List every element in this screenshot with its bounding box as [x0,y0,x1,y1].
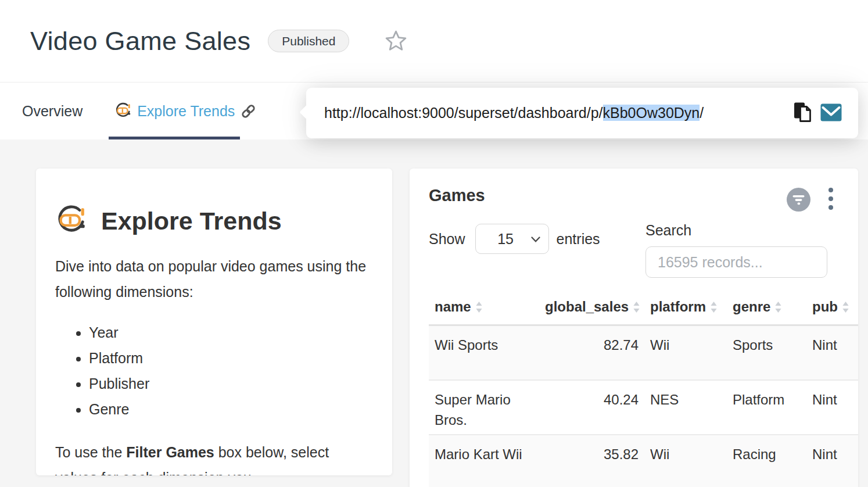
table-cell: Wii [644,325,727,381]
tab-overview[interactable]: Overview [22,83,83,139]
url-prefix: http://localhost:9000/superset/dashboard… [324,105,603,121]
column-header-platform[interactable]: platform [644,292,727,325]
page-title: Video Game Sales [30,26,250,56]
table-cell: Wii Sports [429,325,539,381]
dashboard-url[interactable]: http://localhost:9000/superset/dashboard… [324,105,704,121]
sort-arrows-icon [842,302,849,313]
copy-url-button[interactable] [793,102,812,124]
instructions-text: To use the [55,444,126,460]
table-cell: Platform [727,380,806,435]
url-selected-text: kBb0Ow30Dyn [603,105,700,121]
games-card-title: Games [429,186,485,205]
table-cell: Nint [806,325,858,381]
sort-arrows-icon [711,302,717,313]
table-cell: NES [644,380,727,435]
copy-icon [793,102,812,124]
search-input[interactable] [645,246,827,278]
dimension-item: Platform [89,345,371,371]
table-cell: Nint [806,435,858,487]
table-body: Wii Sports82.74WiiSportsNintSuper Mario … [429,325,858,487]
sort-arrows-icon [775,302,781,313]
dashboard-screen: Video Game Sales Published Overview [0,0,868,487]
kebab-menu-icon [828,186,834,214]
sort-arrows-icon [633,302,640,313]
page-size-value: 15 [476,231,536,248]
share-url-popover: http://localhost:9000/superset/dashboard… [306,88,858,138]
table-cell: Nint [806,380,858,435]
dimension-item: Genre [89,396,371,422]
page-size-control: Show 15 entries [429,224,600,254]
tab-label: Explore Trends [137,103,235,120]
link-icon[interactable] [241,103,256,119]
page-size-select[interactable]: 15 [475,224,549,254]
dimension-item: Publisher [89,371,371,396]
funnel-icon [787,187,810,213]
email-icon [820,103,842,123]
table-row: Super Mario Bros.40.24NESPlatformNint [429,380,858,435]
favorite-button[interactable] [385,30,407,53]
email-share-button[interactable] [820,103,842,123]
entries-label: entries [557,231,600,248]
sort-arrows-icon [476,302,482,313]
status-badge[interactable]: Published [268,30,349,52]
tab-explore-trends[interactable]: Explore Trends [114,83,256,139]
show-label: Show [429,231,465,248]
table-cell: 35.82 [539,435,644,487]
chevron-down-icon [531,237,540,242]
explore-card-intro: Dive into data on popular video games us… [55,253,371,305]
dimension-item: Year [89,320,371,345]
explore-card-heading: Explore Trends [55,205,371,237]
games-table: nameglobal_salesplatformgenrepub Wii Spo… [429,292,858,487]
search-label: Search [645,222,827,239]
table-cell: 82.74 [539,325,644,381]
applied-filters-badge[interactable] [787,188,810,212]
url-suffix: / [700,105,704,121]
tab-label: Overview [22,103,83,120]
table-cell: Wii [644,435,727,487]
table-cell: Sports [727,325,806,381]
table-cell: 40.24 [539,380,644,435]
diving-mask-icon [55,205,88,237]
column-header-genre[interactable]: genre [727,292,806,325]
table-row: Mario Kart Wii35.82WiiRacingNint [429,435,858,487]
column-header-pub[interactable]: pub [806,292,858,325]
table-cell: Mario Kart Wii [429,435,539,487]
more-options-button[interactable] [823,186,838,214]
table-cell: Super Mario Bros. [429,380,539,435]
column-header-name[interactable]: name [429,292,539,325]
dimension-list: YearPlatformPublisherGenre [55,320,371,422]
star-outline-icon [385,30,407,53]
table-header-row: nameglobal_salesplatformgenrepub [429,292,858,325]
table-cell: Racing [727,435,806,487]
explore-trends-card: Explore Trends Dive into data on popular… [36,169,392,475]
filter-instructions: To use the Filter Games box below, selec… [55,439,334,475]
table-search: Search [645,222,827,278]
explore-card-title: Explore Trends [101,207,282,235]
column-header-global_sales[interactable]: global_sales [539,292,644,325]
games-table-card: Games [410,169,858,487]
table-row: Wii Sports82.74WiiSportsNint [429,325,858,381]
diving-mask-icon [114,102,132,120]
instructions-bold: Filter Games [126,444,214,460]
app-header: Video Game Sales Published [0,0,868,82]
